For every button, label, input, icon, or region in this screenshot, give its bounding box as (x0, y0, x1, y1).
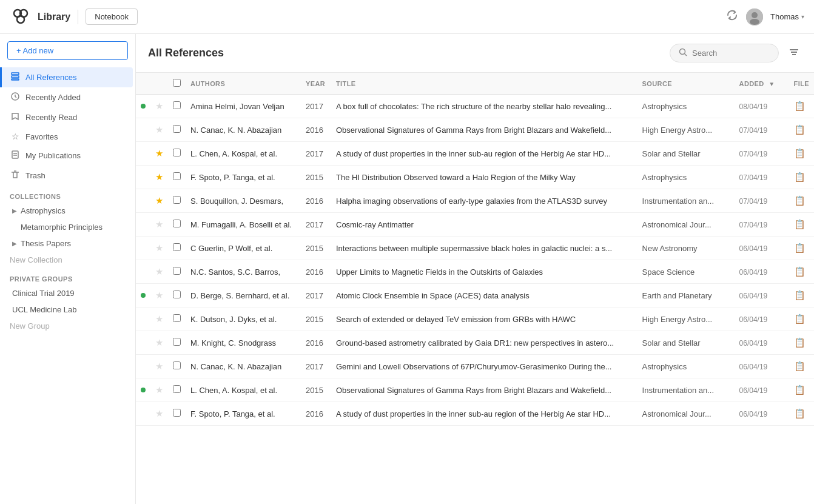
row-star-cell[interactable]: ★ (150, 402, 168, 426)
row-checkbox[interactable] (173, 409, 181, 417)
sidebar-item-recently-added[interactable]: Recently Added (2, 87, 133, 107)
sidebar-item-metamorphic-principles[interactable]: Metamorphic Principles (0, 219, 135, 235)
file-icon[interactable]: 📋 (794, 148, 806, 158)
row-checkbox[interactable] (173, 125, 181, 133)
sidebar-item-astrophysics[interactable]: ▶ Astrophysics (0, 203, 135, 219)
file-icon[interactable]: 📋 (794, 385, 806, 395)
row-checkbox[interactable] (173, 385, 181, 393)
topbar-divider (78, 10, 78, 24)
file-icon[interactable]: 📋 (794, 314, 806, 324)
row-star-cell[interactable]: ★ (150, 378, 168, 402)
row-checkbox-cell[interactable] (168, 284, 186, 307)
row-checkbox[interactable] (173, 267, 181, 275)
star-icon[interactable]: ★ (155, 361, 163, 371)
row-star-cell[interactable]: ★ (150, 166, 168, 189)
star-icon[interactable]: ★ (155, 124, 163, 135)
file-icon[interactable]: 📋 (794, 290, 806, 300)
row-checkbox-cell[interactable] (168, 355, 186, 378)
row-star-cell[interactable]: ★ (150, 95, 168, 118)
row-star-cell[interactable]: ★ (150, 355, 168, 378)
star-icon[interactable]: ★ (155, 172, 163, 182)
row-checkbox[interactable] (173, 149, 181, 156)
group-label: Clinical Trial 2019 (12, 289, 75, 298)
col-header-added[interactable]: ADDED ▼ (735, 73, 789, 95)
row-star-cell[interactable]: ★ (150, 118, 168, 142)
row-checkbox[interactable] (173, 361, 181, 369)
row-checkbox-cell[interactable] (168, 95, 186, 118)
col-header-title[interactable]: TITLE (331, 73, 637, 95)
row-star-cell[interactable]: ★ (150, 237, 168, 260)
star-icon[interactable]: ★ (155, 290, 163, 300)
row-star-cell[interactable]: ★ (150, 284, 168, 307)
row-checkbox-cell[interactable] (168, 166, 186, 189)
row-checkbox[interactable] (173, 338, 181, 346)
file-icon[interactable]: 📋 (794, 243, 806, 253)
row-checkbox-cell[interactable] (168, 307, 186, 331)
col-header-year[interactable]: YEAR (301, 73, 331, 95)
col-header-source[interactable]: SOURCE (637, 73, 735, 95)
row-checkbox[interactable] (173, 291, 181, 298)
row-checkbox-cell[interactable] (168, 331, 186, 355)
star-icon[interactable]: ★ (155, 195, 163, 206)
file-icon[interactable]: 📋 (794, 124, 806, 135)
row-checkbox-cell[interactable] (168, 237, 186, 260)
sidebar-item-thesis-papers[interactable]: ▶ Thesis Papers (0, 235, 135, 252)
row-star-cell[interactable]: ★ (150, 307, 168, 331)
file-icon[interactable]: 📋 (794, 266, 806, 277)
user-menu[interactable]: Thomas ▾ (770, 12, 804, 21)
row-checkbox-cell[interactable] (168, 213, 186, 237)
row-checkbox[interactable] (173, 220, 181, 227)
star-icon[interactable]: ★ (155, 337, 163, 348)
row-checkbox[interactable] (173, 101, 181, 109)
row-checkbox[interactable] (173, 172, 181, 180)
file-icon[interactable]: 📋 (794, 408, 806, 418)
star-icon[interactable]: ★ (155, 314, 163, 324)
star-icon[interactable]: ★ (155, 101, 163, 111)
row-checkbox-cell[interactable] (168, 118, 186, 142)
sidebar-item-all-references[interactable]: All References (0, 67, 133, 87)
file-icon[interactable]: 📋 (794, 219, 806, 229)
row-added: 07/04/19 (735, 166, 789, 189)
file-icon[interactable]: 📋 (794, 172, 806, 182)
file-icon[interactable]: 📋 (794, 361, 806, 371)
row-star-cell[interactable]: ★ (150, 142, 168, 166)
star-icon[interactable]: ★ (155, 385, 163, 395)
new-group-button[interactable]: New Group (0, 318, 135, 334)
filter-icon[interactable] (786, 44, 802, 62)
sidebar-item-clinical-trial[interactable]: Clinical Trial 2019 (0, 285, 135, 301)
row-checkbox-cell[interactable] (168, 142, 186, 166)
sidebar-item-trash[interactable]: Trash (2, 166, 133, 186)
row-checkbox-cell[interactable] (168, 260, 186, 284)
row-authors: F. Spoto, P. Tanga, et al. (186, 166, 301, 189)
sidebar-item-favorites[interactable]: ☆ Favorites (2, 127, 133, 146)
star-icon[interactable]: ★ (155, 148, 163, 158)
star-icon[interactable]: ★ (155, 266, 163, 277)
add-new-button[interactable]: + Add new (7, 41, 128, 60)
row-checkbox-cell[interactable] (168, 402, 186, 426)
row-checkbox-cell[interactable] (168, 189, 186, 213)
row-checkbox-cell[interactable] (168, 378, 186, 402)
file-icon[interactable]: 📋 (794, 101, 806, 111)
row-star-cell[interactable]: ★ (150, 260, 168, 284)
col-header-authors[interactable]: AUTHORS (186, 73, 301, 95)
file-icon[interactable]: 📋 (794, 195, 806, 206)
row-star-cell[interactable]: ★ (150, 331, 168, 355)
notebook-button[interactable]: Notebook (86, 8, 138, 25)
sync-icon[interactable] (725, 8, 739, 25)
row-checkbox[interactable] (173, 196, 181, 204)
file-icon[interactable]: 📋 (794, 337, 806, 348)
row-checkbox[interactable] (173, 243, 181, 251)
row-star-cell[interactable]: ★ (150, 189, 168, 213)
star-icon[interactable]: ★ (155, 219, 163, 229)
select-all-checkbox[interactable] (173, 79, 181, 87)
row-checkbox[interactable] (173, 314, 181, 322)
star-icon[interactable]: ★ (155, 408, 163, 418)
search-input[interactable] (692, 49, 765, 58)
row-added: 06/04/19 (735, 402, 789, 426)
sidebar-item-ucl-medicine-lab[interactable]: UCL Medicine Lab (0, 301, 135, 318)
sidebar-item-recently-read[interactable]: Recently Read (2, 107, 133, 127)
sidebar-item-my-publications[interactable]: My Publications (2, 146, 133, 166)
row-star-cell[interactable]: ★ (150, 213, 168, 237)
new-collection-button[interactable]: New Collection (0, 252, 135, 268)
star-icon[interactable]: ★ (155, 243, 163, 253)
